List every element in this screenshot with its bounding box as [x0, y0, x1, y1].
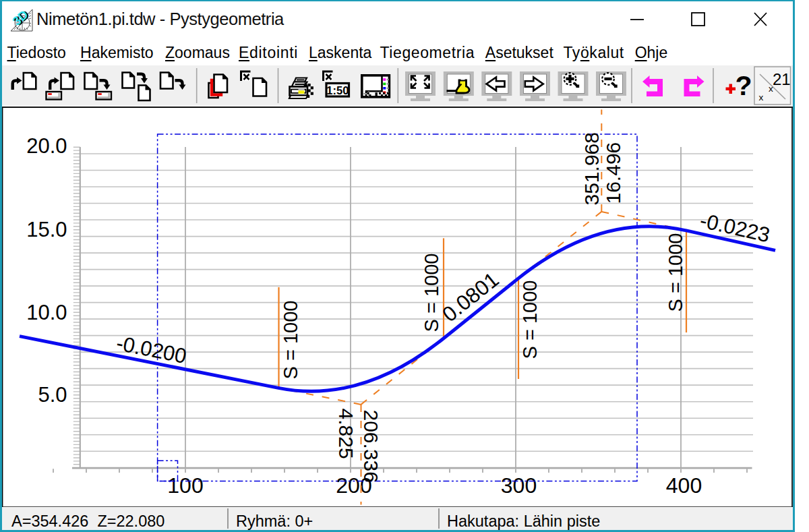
- svg-text:3D: 3D: [9, 7, 31, 28]
- svg-text:S = 1000: S = 1000: [665, 233, 686, 312]
- svg-text:4.825: 4.825: [335, 408, 357, 459]
- svg-text:1:50: 1:50: [326, 84, 349, 96]
- svg-text:206.336: 206.336: [360, 409, 382, 482]
- svg-text:S = 1000: S = 1000: [519, 280, 541, 359]
- svg-text:351.968: 351.968: [580, 132, 603, 205]
- svg-text:10.0: 10.0: [26, 301, 67, 324]
- svg-text:20.0: 20.0: [26, 134, 67, 158]
- svg-text:5.0: 5.0: [38, 383, 67, 407]
- svg-text:S = 1000: S = 1000: [421, 253, 442, 332]
- svg-text:x: x: [769, 84, 773, 94]
- svg-text:21: 21: [773, 70, 791, 88]
- svg-text:x: x: [759, 92, 764, 102]
- svg-text:100: 100: [167, 473, 203, 498]
- svg-text:S = 1000: S = 1000: [280, 300, 301, 379]
- svg-text:400: 400: [666, 473, 702, 498]
- svg-text:300: 300: [501, 473, 537, 498]
- svg-text:15.0: 15.0: [26, 217, 67, 241]
- svg-text:?: ?: [736, 70, 752, 101]
- svg-text:16.496: 16.496: [602, 142, 624, 204]
